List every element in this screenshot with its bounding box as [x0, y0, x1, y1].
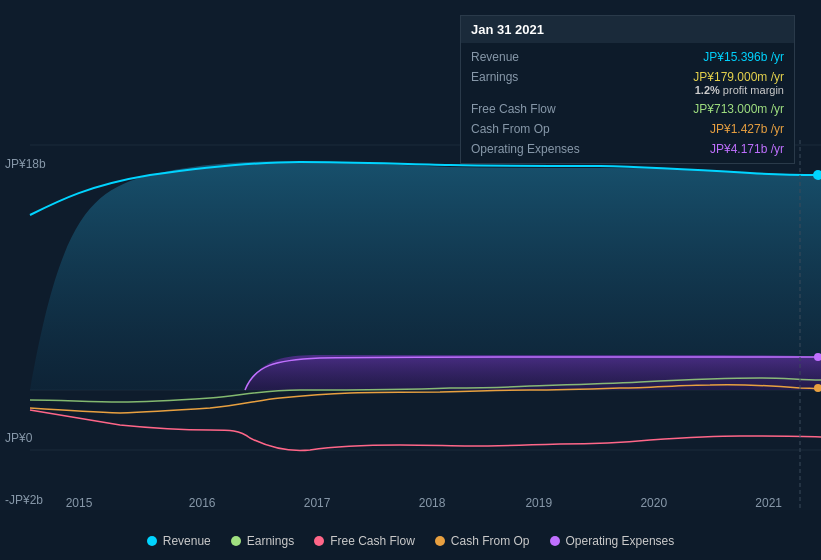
x-label-2016: 2016	[189, 496, 216, 510]
tooltip-label-fcf: Free Cash Flow	[471, 102, 581, 116]
x-label-2017: 2017	[304, 496, 331, 510]
x-label-2015: 2015	[66, 496, 93, 510]
tooltip-row-revenue: Revenue JP¥15.396b /yr	[461, 47, 794, 67]
legend-dot-revenue	[147, 536, 157, 546]
tooltip-label-revenue: Revenue	[471, 50, 581, 64]
tooltip-panel: Jan 31 2021 Revenue JP¥15.396b /yr Earni…	[460, 15, 795, 164]
chart-container: JP¥18b JP¥0 -JP¥2b 2015 2016 2017 2018 2…	[0, 0, 821, 560]
tooltip-label-opex: Operating Expenses	[471, 142, 581, 156]
legend-label-revenue: Revenue	[163, 534, 211, 548]
y-label-neg2b: -JP¥2b	[5, 493, 43, 507]
legend-label-opex: Operating Expenses	[566, 534, 675, 548]
tooltip-value-revenue: JP¥15.396b /yr	[703, 50, 784, 64]
legend-dot-fcf	[314, 536, 324, 546]
tooltip-earnings-main: JP¥179.000m /yr	[693, 70, 784, 84]
tooltip-row-opex: Operating Expenses JP¥4.171b /yr	[461, 139, 794, 159]
y-label-18b: JP¥18b	[5, 157, 46, 171]
legend-label-fcf: Free Cash Flow	[330, 534, 415, 548]
legend-dot-opex	[550, 536, 560, 546]
legend-item-earnings[interactable]: Earnings	[231, 534, 294, 548]
tooltip-date: Jan 31 2021	[461, 16, 794, 43]
legend-item-cashfromop[interactable]: Cash From Op	[435, 534, 530, 548]
tooltip-value-cashfromop: JP¥1.427b /yr	[710, 122, 784, 136]
tooltip-body: Revenue JP¥15.396b /yr Earnings JP¥179.0…	[461, 43, 794, 163]
tooltip-value-opex: JP¥4.171b /yr	[710, 142, 784, 156]
legend-dot-earnings	[231, 536, 241, 546]
x-label-2021: 2021	[755, 496, 782, 510]
tooltip-label-earnings: Earnings	[471, 70, 581, 84]
x-label-2019: 2019	[525, 496, 552, 510]
tooltip-row-cashfromop: Cash From Op JP¥1.427b /yr	[461, 119, 794, 139]
legend-label-cashfromop: Cash From Op	[451, 534, 530, 548]
legend-item-revenue[interactable]: Revenue	[147, 534, 211, 548]
x-label-2020: 2020	[640, 496, 667, 510]
x-label-2018: 2018	[419, 496, 446, 510]
legend-item-fcf[interactable]: Free Cash Flow	[314, 534, 415, 548]
tooltip-value-fcf: JP¥713.000m /yr	[693, 102, 784, 116]
tooltip-profit-margin: 1.2% profit margin	[693, 84, 784, 96]
legend-item-opex[interactable]: Operating Expenses	[550, 534, 675, 548]
tooltip-row-fcf: Free Cash Flow JP¥713.000m /yr	[461, 99, 794, 119]
legend-dot-cashfromop	[435, 536, 445, 546]
chart-legend: Revenue Earnings Free Cash Flow Cash Fro…	[0, 534, 821, 548]
tooltip-row-earnings: Earnings JP¥179.000m /yr 1.2% profit mar…	[461, 67, 794, 99]
tooltip-label-cashfromop: Cash From Op	[471, 122, 581, 136]
legend-label-earnings: Earnings	[247, 534, 294, 548]
y-label-0: JP¥0	[5, 431, 32, 445]
tooltip-value-earnings: JP¥179.000m /yr 1.2% profit margin	[693, 70, 784, 96]
